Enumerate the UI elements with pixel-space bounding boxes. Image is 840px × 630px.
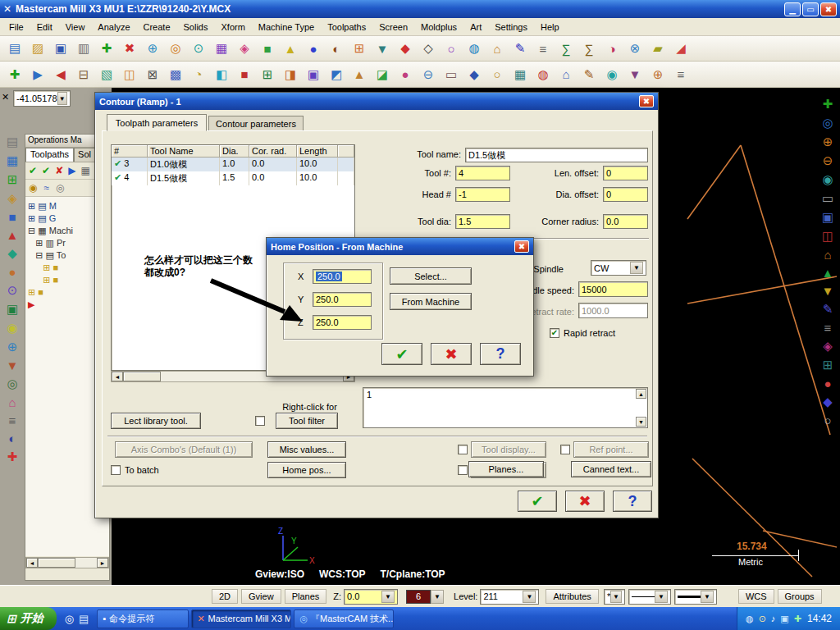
menu-item[interactable]: Toolpaths [322,20,372,34]
toolbar-icon[interactable]: ▥ [74,39,94,58]
toolbar-icon[interactable]: ▣ [51,39,71,58]
tool-display-checkbox[interactable] [458,445,468,454]
side-toolbar-icon[interactable]: ◈ [7,191,17,206]
head-number-field[interactable]: -1 [455,187,510,202]
operations-toolbar-icon[interactable]: ◉ [29,182,37,194]
right-toolbar-icon[interactable]: ▼ [822,284,834,298]
chevron-down-icon[interactable]: ▼ [431,590,444,604]
side-toolbar-icon[interactable]: ▤ [7,135,18,149]
table-row[interactable]: ✔4 D1.5做模 1.5 0.0 10.0 [112,171,354,185]
chevron-down-icon[interactable]: ▼ [523,591,536,603]
spindle-speed-field[interactable]: 15000 [578,281,648,297]
toolbar-icon[interactable]: ◢ [671,39,691,58]
toolbar-icon[interactable]: ● [395,65,415,84]
toolbar-icon[interactable]: ◆ [395,39,415,58]
toolbar-icon[interactable]: ◀ [51,65,71,84]
toolbar-icon[interactable]: ⊟ [74,65,94,84]
toolbar-icon[interactable]: ▼ [372,39,392,58]
menu-item[interactable]: Create [138,20,176,34]
right-toolbar-icon[interactable]: ≡ [824,321,832,335]
tray-icon[interactable]: ◍ [746,614,754,624]
toolbar-icon[interactable]: ⊞ [349,39,369,58]
side-toolbar-icon[interactable]: ◎ [7,377,17,391]
quick-launch-icon[interactable]: ▤ [79,613,89,625]
side-toolbar-icon[interactable]: ▼ [7,358,19,372]
quick-launch-icon[interactable]: ◎ [65,613,74,625]
right-toolbar-icon[interactable]: ⌂ [824,248,831,262]
line-style-combo[interactable]: ▼ [628,589,671,605]
tray-icon[interactable]: ✚ [794,614,801,624]
wcs-button[interactable]: WCS [738,589,774,604]
tool-filter-button[interactable]: Tool filter [276,413,338,429]
menu-item[interactable]: Machine Type [253,20,320,34]
toolbar-icon[interactable]: ◆ [464,65,484,84]
menu-item[interactable]: Xform [216,20,251,34]
help-button[interactable]: ? [480,343,521,365]
gview-button[interactable]: Gview [241,589,281,604]
tab-toolpaths[interactable]: Toolpaths [25,148,74,162]
right-toolbar-icon[interactable]: ▭ [822,191,833,206]
toolbar-icon[interactable]: ⊙ [189,39,208,58]
restore-button[interactable]: ▭ [802,2,819,16]
help-button[interactable]: ? [613,491,652,512]
toolbar-icon[interactable]: ◪ [372,65,392,84]
toolbar-icon[interactable]: ◎ [166,39,185,58]
mode-2d-button[interactable]: 2D [212,589,238,604]
menu-item[interactable]: File [3,20,30,34]
menu-item[interactable]: Analyze [92,20,135,34]
side-toolbar-icon[interactable]: ≡ [9,413,16,427]
scroll-down-icon[interactable]: ▼ [636,417,646,427]
right-toolbar-icon[interactable]: ● [824,377,831,390]
dialog-close-icon[interactable]: ✖ [514,240,529,253]
toolbar-icon[interactable]: ◨ [281,65,300,84]
toolbar-icon[interactable]: ▤ [5,39,25,58]
home-dialog-titlebar[interactable]: Home Position - From Machine ✖ [267,238,533,255]
right-toolbar-icon[interactable]: ✎ [823,302,833,317]
right-toolbar-icon[interactable]: ⊖ [823,153,833,168]
rotary-axis-checkbox[interactable] [458,465,468,475]
chevron-down-icon[interactable]: ▼ [381,591,395,603]
attributes-button[interactable]: Attributes [546,589,598,604]
toolbar-icon[interactable]: ◉ [602,65,622,84]
scroll-left-icon[interactable]: ◄ [26,558,38,568]
toolbar-icon[interactable]: ▣ [304,65,323,84]
toolbar-icon[interactable]: ✖ [120,39,139,58]
side-toolbar-icon[interactable]: ▣ [7,302,18,317]
toolbar-icon[interactable]: ∑ [556,39,576,58]
operations-toolbar-icon[interactable]: ▶ [68,165,75,176]
corner-radius-field[interactable]: 0.0 [603,214,648,229]
tray-icon[interactable]: ▣ [780,614,788,624]
tray-icon[interactable]: ⊙ [759,614,766,624]
toolbar-icon[interactable]: ▧ [97,65,116,84]
right-toolbar-icon[interactable]: ✚ [823,97,833,112]
planes-button[interactable]: Planes [285,589,327,604]
side-toolbar-icon[interactable]: ⊕ [7,340,18,354]
menu-item[interactable]: Solids [178,20,214,34]
right-toolbar-icon[interactable]: ◉ [822,172,833,187]
toolbar-icon[interactable]: ▼ [625,65,645,84]
point-style-combo[interactable]: *▼ [604,589,625,605]
menu-item[interactable]: View [60,20,91,34]
cancel-button[interactable]: ✖ [565,491,605,512]
tool-name-field[interactable]: D1.5做模 [465,148,648,162]
toolbar-icon[interactable]: ▲ [281,39,300,58]
toolbar-icon[interactable]: ○ [487,65,507,84]
toolbar-icon[interactable]: ⊕ [648,65,668,84]
toolbar-icon[interactable]: ■ [235,65,254,84]
toolbar-icon[interactable]: ✎ [510,39,530,58]
chevron-down-icon[interactable]: ▼ [57,92,67,105]
dia-offset-field[interactable]: 0 [603,187,648,202]
side-toolbar-icon[interactable]: ● [8,265,16,279]
toolbar-icon[interactable]: ▨ [28,39,48,58]
ref-point-checkbox[interactable] [560,445,570,454]
spindle-combo[interactable]: CW ▼ [591,260,646,276]
operations-toolbar-icon[interactable]: ▦ [80,165,89,176]
toolbar-icon[interactable]: ▦ [510,65,530,84]
tab-toolpath-parameters[interactable]: Toolpath parameters [107,114,207,131]
home-pos-button[interactable]: Home pos... [267,462,346,478]
toolbar-icon[interactable]: ⊗ [625,39,645,58]
menu-item[interactable]: Edit [31,20,58,34]
side-toolbar-icon[interactable]: ■ [8,210,16,224]
filter-active-checkbox[interactable] [255,416,265,426]
tool-number-field[interactable]: 4 [455,166,510,180]
